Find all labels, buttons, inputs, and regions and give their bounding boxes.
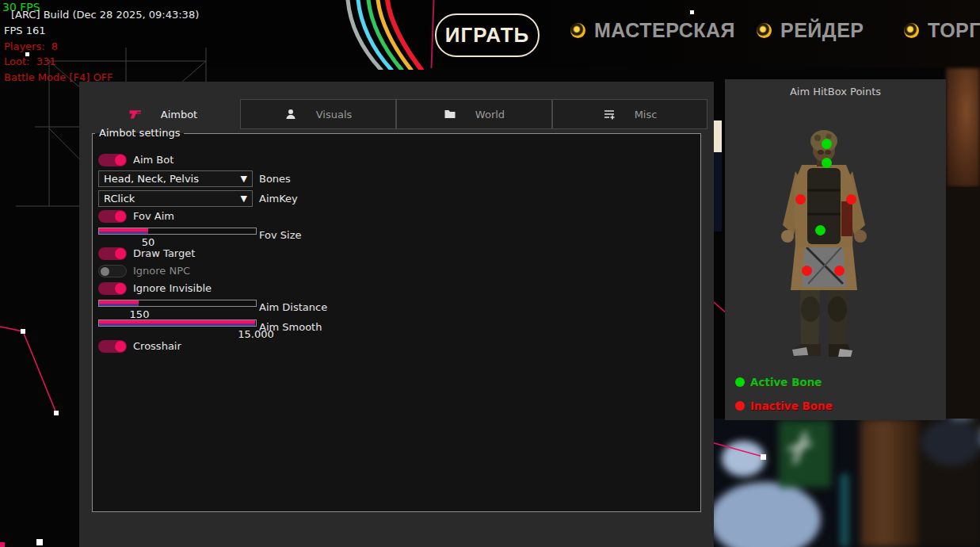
fov-size-label: Fov Size — [259, 229, 301, 242]
draw-target-toggle[interactable] — [98, 247, 127, 260]
bone-dot — [846, 194, 856, 205]
bone-dot — [815, 225, 826, 235]
toggle-knob — [101, 267, 109, 276]
background-rock — [946, 68, 980, 187]
bones-dropdown[interactable]: Head, Neck, Pelvis ▼ — [98, 170, 253, 187]
aim-distance-value: 150 — [130, 308, 150, 320]
hitbox-panel: Aim HitBox Points Active Bone — [725, 79, 946, 420]
aim-bot-toggle[interactable] — [98, 154, 127, 166]
toggle-knob — [115, 248, 126, 259]
play-button[interactable]: ИГРАТЬ — [435, 13, 540, 57]
aim-distance-label: Aim Distance — [259, 301, 327, 314]
tab-label: World — [475, 109, 505, 120]
tab-label: Aimbot — [161, 109, 197, 120]
background-dark-strip — [946, 187, 980, 419]
menu-item-workshop[interactable]: МАСТЕРСКАЯ — [570, 19, 735, 42]
tab-misc[interactable]: Misc — [552, 99, 707, 129]
esp-node-dot — [690, 10, 694, 14]
toggle-knob — [115, 155, 126, 166]
fps-label: FPS 161 — [4, 25, 46, 36]
dropdown-value: Head, Neck, Pelvis — [104, 173, 199, 185]
bone-dot — [802, 266, 812, 276]
aim-distance-slider[interactable] — [98, 300, 257, 307]
group-title: Aimbot settings — [95, 127, 184, 140]
toggle-knob — [115, 211, 126, 222]
aim-bot-label: Aim Bot — [133, 154, 174, 166]
toggle-knob — [115, 341, 126, 352]
crosshair-toggle[interactable] — [98, 340, 127, 353]
bone-dot — [795, 194, 806, 205]
rainbow-light-streak — [337, 0, 424, 70]
esp-tracer-left — [0, 321, 71, 420]
legend-label: Active Bone — [750, 376, 822, 388]
legend-inactive-bone: Inactive Bone — [735, 400, 833, 412]
esp-node-dot — [36, 539, 43, 545]
menu-item-raider[interactable]: РЕЙДЕР — [757, 19, 864, 42]
tab-aimbot[interactable]: Aimbot — [86, 99, 240, 129]
hitbox-dots — [725, 79, 946, 420]
menu-item-label: РЕЙДЕР — [780, 19, 864, 42]
folder-icon — [444, 108, 456, 120]
ignore-invisible-toggle[interactable] — [98, 282, 127, 295]
esp-pink-node — [0, 542, 5, 547]
ignore-invisible-label: Ignore Invisible — [133, 282, 212, 295]
bone-dot — [834, 266, 845, 276]
aimkey-label: AimKey — [259, 193, 298, 205]
slider-fill — [99, 320, 255, 326]
menu-item-label: МАСТЕРСКАЯ — [594, 19, 735, 42]
active-bone-dot-icon — [735, 377, 745, 387]
pistol-icon — [128, 108, 142, 120]
chevron-down-icon: ▼ — [241, 193, 247, 204]
bones-label: Bones — [259, 173, 291, 186]
build-info: [ARC] Build (Dec 28 2025, 09:43:38) — [11, 9, 199, 21]
aim-smooth-label: Aim Smooth — [259, 321, 322, 334]
gold-coin-icon — [570, 23, 585, 38]
loot-count: Loot: 331 — [4, 55, 55, 67]
menu-item-label: ТОРГО — [928, 19, 980, 42]
legend-label: Inactive Bone — [750, 400, 833, 412]
cheat-menu-panel: Aimbot Visuals World Misc Aimbot setting… — [79, 82, 714, 547]
fov-aim-toggle[interactable] — [98, 210, 127, 223]
gold-coin-icon — [904, 23, 919, 38]
toggle-knob — [115, 283, 126, 294]
fov-size-value: 50 — [142, 236, 155, 248]
dropdown-value: RClick — [104, 193, 135, 205]
players-count: Players: 8 — [4, 40, 58, 52]
tab-label: Visuals — [316, 109, 353, 120]
chevron-down-icon: ▼ — [241, 174, 247, 184]
menu-item-trader[interactable]: ТОРГО — [904, 19, 980, 42]
bone-dot — [822, 139, 832, 149]
fov-size-slider[interactable] — [98, 228, 257, 235]
ignore-npc-label: Ignore NPC — [133, 265, 190, 277]
ignore-npc-toggle[interactable] — [98, 265, 127, 277]
crosshair-label: Crosshair — [133, 340, 181, 353]
person-icon — [284, 108, 297, 120]
slider-fill — [99, 300, 139, 306]
tab-visuals[interactable]: Visuals — [240, 99, 396, 129]
tab-label: Misc — [635, 109, 658, 120]
fov-aim-label: Fov Aim — [133, 210, 174, 223]
tab-world[interactable]: World — [396, 99, 552, 129]
slider-fill — [99, 228, 148, 234]
gold-coin-icon — [757, 23, 772, 38]
draw-target-label: Draw Target — [133, 247, 195, 260]
aim-smooth-slider[interactable] — [98, 319, 257, 327]
game-screen: { "hud": { "fps_counter": "30 FPS", "bui… — [0, 0, 980, 547]
legend-active-bone: Active Bone — [735, 376, 822, 388]
playlist-add-icon — [603, 108, 616, 120]
bone-dot — [822, 158, 832, 168]
aimkey-dropdown[interactable]: RClick ▼ — [98, 190, 253, 207]
inactive-bone-dot-icon — [735, 401, 745, 411]
